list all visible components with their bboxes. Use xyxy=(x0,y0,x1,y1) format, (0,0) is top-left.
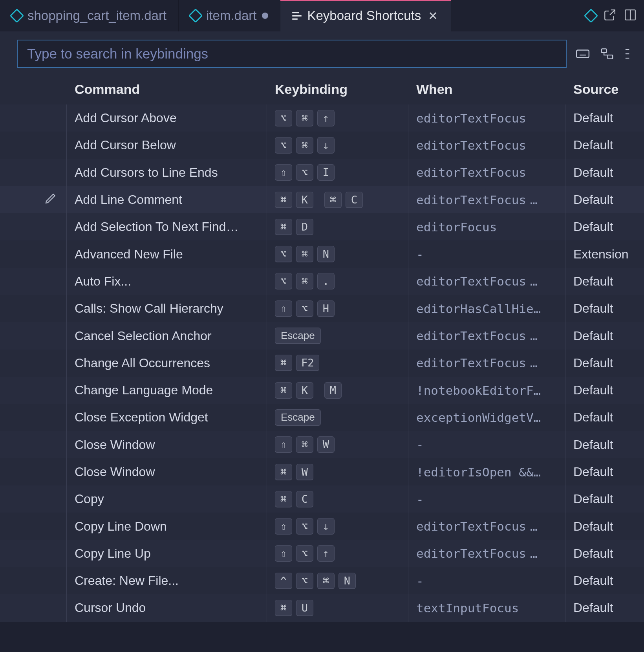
keybinding-cell: ⇧⌥H xyxy=(267,295,408,322)
key-cap: I xyxy=(317,164,335,181)
source-cell: Default xyxy=(565,192,644,207)
row-gutter xyxy=(0,567,67,594)
key-cap: N xyxy=(317,246,335,262)
key-cap: ⌘ xyxy=(296,436,313,453)
source-cell: Default xyxy=(565,138,644,152)
key-cap: ⌘ xyxy=(317,573,335,589)
key-cap: ⌘ xyxy=(275,355,292,371)
when-cell: editorTextFocus xyxy=(408,159,565,186)
key-cap: ⇧ xyxy=(275,545,292,562)
keybinding-cell: Escape xyxy=(267,322,408,349)
when-cell: - xyxy=(408,567,565,594)
table-row[interactable]: Add Cursor Above⌥⌘↑editorTextFocusDefaul… xyxy=(0,104,644,132)
table-row[interactable]: Change All Occurrences⌘F2editorTextFocus… xyxy=(0,350,644,377)
row-gutter xyxy=(0,213,67,240)
row-gutter xyxy=(0,268,67,295)
search-input[interactable] xyxy=(17,40,566,68)
open-changes-icon[interactable] xyxy=(603,8,617,23)
tab-keyboard-shortcuts[interactable]: Keyboard Shortcuts ✕ xyxy=(280,0,452,31)
source-cell: Default xyxy=(565,492,644,506)
key-cap: W xyxy=(296,464,313,480)
table-row[interactable]: Add Selection To Next Find…⌘DeditorFocus… xyxy=(0,213,644,240)
table-row[interactable]: Cursor Undo⌘UtextInputFocusDefault xyxy=(0,594,644,621)
when-cell: editorTextFocus… xyxy=(408,540,565,567)
command-cell: Copy Line Down xyxy=(67,513,267,540)
keybinding-cell: ⌘K⌘C xyxy=(267,186,408,213)
table-row[interactable]: Close Window⇧⌘W-Default xyxy=(0,431,644,458)
tab-shopping-cart-item[interactable]: shopping_cart_item.dart xyxy=(0,0,179,31)
key-cap: ⌘ xyxy=(275,382,292,399)
record-keys-icon[interactable] xyxy=(575,46,591,62)
keyboard-shortcuts-icon xyxy=(292,12,302,20)
command-cell: Change Language Mode xyxy=(67,377,267,404)
edit-icon[interactable] xyxy=(44,192,57,208)
command-cell: Add Line Comment xyxy=(67,186,267,213)
when-cell: editorTextFocus… xyxy=(408,322,565,349)
table-row[interactable]: Close Window⌘W!editorIsOpen &&…Default xyxy=(0,458,644,485)
key-cap: Escape xyxy=(275,409,321,426)
split-editor-icon[interactable] xyxy=(624,8,637,23)
command-cell: Cursor Undo xyxy=(67,594,267,621)
keybinding-cell: ⌘D xyxy=(267,213,408,240)
keybindings-search-bar xyxy=(0,31,644,76)
table-row[interactable]: Copy Line Down⇧⌥↓editorTextFocus…Default xyxy=(0,513,644,540)
row-gutter xyxy=(0,485,67,513)
svg-rect-8 xyxy=(602,49,607,52)
when-cell: - xyxy=(408,240,565,267)
when-cell: editorTextFocus… xyxy=(408,186,565,213)
close-icon[interactable]: ✕ xyxy=(426,9,439,23)
command-cell: Add Cursor Below xyxy=(67,132,267,159)
table-row[interactable]: Copy⌘C-Default xyxy=(0,485,644,513)
row-gutter xyxy=(0,186,67,213)
more-actions-icon[interactable] xyxy=(624,46,630,62)
key-cap: ⌘ xyxy=(275,192,292,208)
when-cell: editorTextFocus… xyxy=(408,268,565,295)
table-row[interactable]: Cancel Selection AnchorEscapeeditorTextF… xyxy=(0,322,644,349)
header-source[interactable]: Source xyxy=(565,82,644,97)
keybindings-table: Command Keybinding When Source Add Curso… xyxy=(0,76,644,622)
tab-label: item.dart xyxy=(206,8,256,23)
source-cell: Default xyxy=(565,573,644,588)
key-cap: ↓ xyxy=(317,137,335,154)
source-cell: Default xyxy=(565,383,644,397)
table-row[interactable]: Copy Line Up⇧⌥↑editorTextFocus…Default xyxy=(0,540,644,567)
command-cell: Add Selection To Next Find… xyxy=(67,213,267,240)
table-row[interactable]: Add Cursors to Line Ends⇧⌥IeditorTextFoc… xyxy=(0,159,644,186)
source-cell: Default xyxy=(565,301,644,316)
when-cell: editorTextFocus xyxy=(408,104,565,132)
when-cell: editorHasCallHie… xyxy=(408,295,565,322)
key-cap: ⌘ xyxy=(296,110,313,126)
key-cap: ⌘ xyxy=(275,491,292,507)
sort-precedence-icon[interactable] xyxy=(599,46,615,62)
source-cell: Default xyxy=(565,111,644,125)
header-when[interactable]: When xyxy=(408,82,565,97)
table-row[interactable]: Auto Fix...⌥⌘.editorTextFocus…Default xyxy=(0,268,644,295)
table-row[interactable]: Create: New File...^⌥⌘N-Default xyxy=(0,567,644,594)
when-cell: - xyxy=(408,485,565,513)
dirty-indicator-icon xyxy=(262,13,268,19)
when-cell: editorFocus xyxy=(408,213,565,240)
key-cap: ⌘ xyxy=(275,600,292,616)
table-row[interactable]: Change Language Mode⌘KM!notebookEditorF…… xyxy=(0,377,644,404)
table-row[interactable]: Add Line Comment⌘K⌘CeditorTextFocus…Defa… xyxy=(0,186,644,213)
table-row[interactable]: Advanced New File⌥⌘N-Extension xyxy=(0,240,644,267)
header-command[interactable]: Command xyxy=(67,82,267,97)
tab-item-dart[interactable]: item.dart xyxy=(179,0,280,31)
key-cap: ↑ xyxy=(317,545,335,562)
command-cell: Copy xyxy=(67,485,267,513)
table-row[interactable]: Close Exception WidgetEscapeexceptionWid… xyxy=(0,404,644,431)
keybinding-cell: ⌘KM xyxy=(267,377,408,404)
keybinding-cell: ⌥⌘↑ xyxy=(267,104,408,132)
table-row[interactable]: Add Cursor Below⌥⌘↓editorTextFocusDefaul… xyxy=(0,132,644,159)
command-cell: Copy Line Up xyxy=(67,540,267,567)
table-row[interactable]: Calls: Show Call Hierarchy⇧⌥HeditorHasCa… xyxy=(0,295,644,322)
key-cap: ^ xyxy=(275,573,292,589)
command-cell: Close Window xyxy=(67,431,267,458)
header-keybinding[interactable]: Keybinding xyxy=(267,82,408,97)
key-cap: C xyxy=(346,192,363,208)
when-cell: - xyxy=(408,431,565,458)
when-cell: textInputFocus xyxy=(408,594,565,621)
dart-icon[interactable] xyxy=(584,9,598,23)
key-cap: D xyxy=(296,219,313,235)
command-cell: Auto Fix... xyxy=(67,268,267,295)
